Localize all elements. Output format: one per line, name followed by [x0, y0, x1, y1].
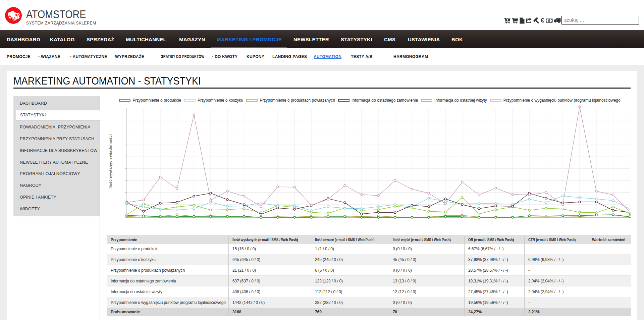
svg-text:0: 0 — [548, 19, 550, 21]
